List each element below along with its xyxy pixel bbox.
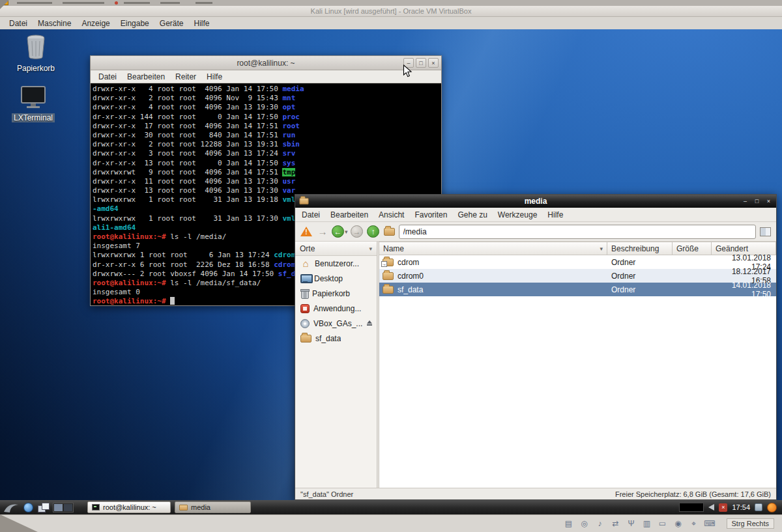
dual-pane-icon[interactable] <box>758 224 772 240</box>
cpu-monitor[interactable] <box>679 503 704 512</box>
vbox-window-title: Kali Linux [wird ausgeführt] - Oracle VM… <box>311 7 472 15</box>
volume-icon[interactable] <box>708 504 714 511</box>
eject-icon[interactable] <box>366 320 373 327</box>
file-manager-window: media –□× DateiBearbeitenAnsichtFavorite… <box>295 194 777 500</box>
place-sf-data[interactable]: sf_data <box>295 331 377 346</box>
places-header[interactable]: Orte ▾ <box>295 242 377 256</box>
screensaver-icon[interactable] <box>755 503 762 511</box>
forward-icon[interactable]: → <box>350 224 364 240</box>
workspace-2[interactable] <box>64 504 72 511</box>
fm-menu-datei[interactable]: Datei <box>297 209 325 221</box>
applications-icon <box>300 304 310 313</box>
shared-folders-icon[interactable]: ▥ <box>642 518 652 529</box>
vbox-menu-anzeige[interactable]: Anzeige <box>76 18 115 29</box>
web-browser-icon[interactable] <box>23 503 33 512</box>
column-label: Größe <box>676 244 699 253</box>
vbox-menu-geräte[interactable]: Geräte <box>154 18 189 29</box>
terminal-line: dr-xr-xr-x 13 root root 0 Jan 14 17:50 s… <box>93 159 441 168</box>
maximize-button[interactable]: □ <box>753 197 761 205</box>
desktop-icon-label: Papierkorb <box>10 64 61 73</box>
keyboard-icon[interactable]: ⌨ <box>704 518 715 529</box>
workspace-1[interactable] <box>54 504 63 511</box>
maximize-button[interactable]: □ <box>416 58 426 68</box>
host-corner-shape <box>0 514 38 532</box>
vbox-menu-datei[interactable]: Datei <box>4 18 33 29</box>
fm-window-buttons: –□× <box>741 197 773 205</box>
place-papierkorb[interactable]: Papierkorb <box>295 286 377 301</box>
terminal-line: drwxr-xr-x 11 root root 4096 Jan 13 17:3… <box>93 177 441 186</box>
hard-disk-icon[interactable]: ▤ <box>564 518 574 529</box>
terminal-line: dr-xr-xr-x 144 root root 0 Jan 14 17:50 … <box>93 113 441 122</box>
desktop-icon-papierkorb[interactable]: Papierkorb <box>10 33 61 73</box>
folder-icon <box>179 505 188 511</box>
terminal-line: drwxr-xr-x 3 root root 4096 Jan 13 17:24… <box>93 149 441 158</box>
video-capture-icon[interactable]: ◉ <box>673 518 684 529</box>
file-row-sf-data[interactable]: sf_dataOrdner14.01.2018 17:50 <box>379 283 776 296</box>
fm-menu-ansicht[interactable]: Ansicht <box>373 209 409 221</box>
display-icon[interactable]: ▭ <box>658 518 668 529</box>
fm-menu-hilfe[interactable]: Hilfe <box>542 209 568 221</box>
fm-menu-bearbeiten[interactable]: Bearbeiten <box>325 209 373 221</box>
back-icon[interactable]: ←▾ <box>332 224 348 240</box>
terminal-menu-hilfe[interactable]: Hilfe <box>201 71 227 83</box>
place-label: Desktop <box>314 274 343 283</box>
column-header-beschreibung[interactable]: Beschreibung <box>607 242 673 255</box>
terminal-cursor <box>170 297 175 305</box>
terminal-menu-reiter[interactable]: Reiter <box>170 71 201 83</box>
guest-desktop: Papierkorb LXTerminal root@kalilinux: ~ … <box>0 29 782 514</box>
terminal-line: drwxr-xr-x 30 root root 840 Jan 14 17:51… <box>93 131 441 140</box>
fm-menu-werkzeuge[interactable]: Werkzeuge <box>493 209 542 221</box>
kali-menu-icon[interactable] <box>3 502 19 513</box>
column-header-größe[interactable]: Größe <box>673 242 712 255</box>
column-label: Name <box>383 244 404 253</box>
nav-arrow-icon[interactable]: → <box>315 224 330 240</box>
taskbar-window-media[interactable]: media <box>175 501 251 513</box>
mouse-icon[interactable]: ⌖ <box>689 518 699 529</box>
windows-icon[interactable] <box>38 503 48 512</box>
home-icon <box>300 259 311 269</box>
place-desktop[interactable]: Desktop <box>295 271 377 286</box>
fm-menu-gehe-zu[interactable]: Gehe zu <box>452 209 492 221</box>
optical-disk-icon[interactable]: ◎ <box>579 518 590 529</box>
fm-menu-favoriten[interactable]: Favoriten <box>409 209 452 221</box>
up-icon[interactable]: ↑ <box>366 224 381 240</box>
file-name: sf_data <box>398 285 423 294</box>
column-header-name[interactable]: Name▾ <box>379 242 607 255</box>
vbox-menu-eingabe[interactable]: Eingabe <box>115 18 154 29</box>
file-name: cdrom0 <box>398 272 424 281</box>
terminal-titlebar[interactable]: root@kalilinux: ~ –□× <box>91 56 441 70</box>
vbox-menu-hilfe[interactable]: Hilfe <box>188 18 214 29</box>
desktop-icon-lxterminal[interactable]: LXTerminal <box>8 85 59 122</box>
close-button[interactable]: × <box>764 197 773 205</box>
terminal-menu-datei[interactable]: Datei <box>93 71 122 83</box>
folder-icon <box>300 335 311 343</box>
fm-titlebar[interactable]: media –□× <box>295 195 776 208</box>
clock[interactable]: 17:54 <box>732 503 750 511</box>
taskbar-window-root-kalilinux-[interactable]: root@kalilinux: ~ <box>87 501 171 513</box>
place-vbox-gas-[interactable]: VBox_GAs_... <box>295 316 377 331</box>
network-icon[interactable]: ⇄ <box>611 518 621 529</box>
minimize-button[interactable]: – <box>741 197 749 205</box>
file-list-pane: Name▾BeschreibungGrößeGeändert →cdromOrd… <box>379 242 776 488</box>
logout-button[interactable] <box>767 503 777 512</box>
path-input[interactable] <box>399 225 756 239</box>
place-benutzeror-[interactable]: Benutzeror... <box>295 256 377 271</box>
vbox-menu-maschine[interactable]: Maschine <box>33 18 76 29</box>
optical-disc-icon <box>300 319 310 328</box>
column-label: Geändert <box>716 244 748 253</box>
workspace-pager[interactable] <box>53 503 74 512</box>
mouse-cursor <box>403 64 413 78</box>
place-anwendung-[interactable]: Anwendung... <box>295 301 377 316</box>
terminal-menu-bearbeiten[interactable]: Bearbeiten <box>122 71 170 83</box>
close-button[interactable]: × <box>428 58 439 68</box>
host-desktop-strip <box>0 0 782 6</box>
terminal-line: drwxr-xr-x 2 root root 4096 Nov 9 15:43 … <box>93 94 441 103</box>
terminal-line: drwxr-xr-x 4 root root 4096 Jan 14 17:50… <box>93 85 441 94</box>
taskbar: root@kalilinux: ~media × 17:54 <box>0 500 782 514</box>
usb-icon[interactable]: Ψ <box>626 518 637 529</box>
monitor-icon <box>300 274 310 283</box>
home-icon[interactable] <box>383 224 397 240</box>
network-tray-icon[interactable]: × <box>719 503 727 512</box>
audio-icon[interactable]: ♪ <box>595 518 605 529</box>
warning-icon[interactable] <box>299 224 313 240</box>
